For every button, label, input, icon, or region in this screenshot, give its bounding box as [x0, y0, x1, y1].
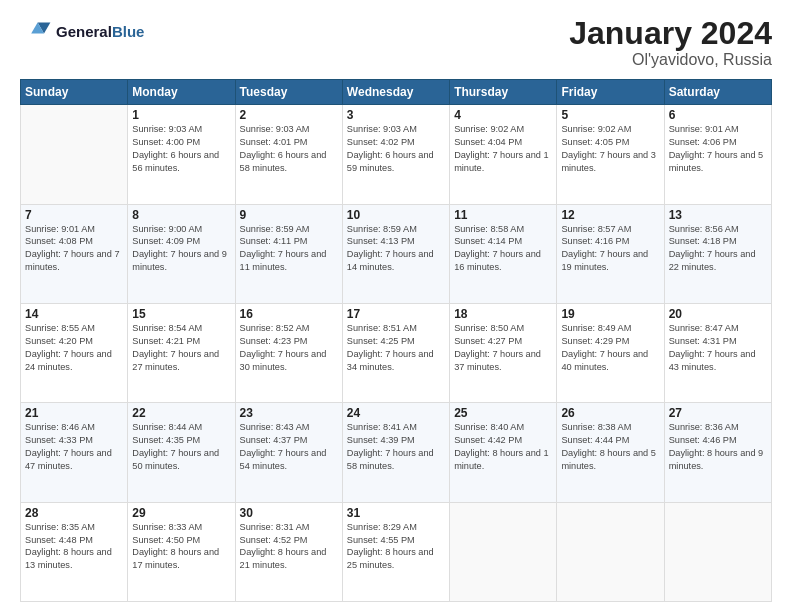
day-info: Sunrise: 8:52 AM Sunset: 4:23 PM Dayligh…	[240, 322, 338, 374]
calendar-cell: 28Sunrise: 8:35 AM Sunset: 4:48 PM Dayli…	[21, 502, 128, 601]
calendar-cell: 30Sunrise: 8:31 AM Sunset: 4:52 PM Dayli…	[235, 502, 342, 601]
day-number: 14	[25, 307, 123, 321]
calendar-cell: 31Sunrise: 8:29 AM Sunset: 4:55 PM Dayli…	[342, 502, 449, 601]
calendar-cell: 2Sunrise: 9:03 AM Sunset: 4:01 PM Daylig…	[235, 105, 342, 204]
day-number: 31	[347, 506, 445, 520]
day-number: 1	[132, 108, 230, 122]
day-number: 11	[454, 208, 552, 222]
calendar-week-1: 1Sunrise: 9:03 AM Sunset: 4:00 PM Daylig…	[21, 105, 772, 204]
day-info: Sunrise: 8:55 AM Sunset: 4:20 PM Dayligh…	[25, 322, 123, 374]
day-number: 7	[25, 208, 123, 222]
calendar-cell: 4Sunrise: 9:02 AM Sunset: 4:04 PM Daylig…	[450, 105, 557, 204]
day-number: 12	[561, 208, 659, 222]
calendar-cell: 3Sunrise: 9:03 AM Sunset: 4:02 PM Daylig…	[342, 105, 449, 204]
day-info: Sunrise: 9:02 AM Sunset: 4:04 PM Dayligh…	[454, 123, 552, 175]
calendar-week-2: 7Sunrise: 9:01 AM Sunset: 4:08 PM Daylig…	[21, 204, 772, 303]
col-saturday: Saturday	[664, 80, 771, 105]
calendar-cell	[21, 105, 128, 204]
col-tuesday: Tuesday	[235, 80, 342, 105]
day-info: Sunrise: 8:40 AM Sunset: 4:42 PM Dayligh…	[454, 421, 552, 473]
day-info: Sunrise: 8:38 AM Sunset: 4:44 PM Dayligh…	[561, 421, 659, 473]
day-info: Sunrise: 9:03 AM Sunset: 4:00 PM Dayligh…	[132, 123, 230, 175]
day-info: Sunrise: 8:50 AM Sunset: 4:27 PM Dayligh…	[454, 322, 552, 374]
day-info: Sunrise: 9:03 AM Sunset: 4:02 PM Dayligh…	[347, 123, 445, 175]
day-info: Sunrise: 8:36 AM Sunset: 4:46 PM Dayligh…	[669, 421, 767, 473]
day-number: 30	[240, 506, 338, 520]
calendar-cell: 16Sunrise: 8:52 AM Sunset: 4:23 PM Dayli…	[235, 303, 342, 402]
day-info: Sunrise: 8:35 AM Sunset: 4:48 PM Dayligh…	[25, 521, 123, 573]
day-number: 22	[132, 406, 230, 420]
title-block: January 2024 Ol'yavidovo, Russia	[569, 16, 772, 69]
day-info: Sunrise: 8:58 AM Sunset: 4:14 PM Dayligh…	[454, 223, 552, 275]
day-info: Sunrise: 8:31 AM Sunset: 4:52 PM Dayligh…	[240, 521, 338, 573]
day-number: 20	[669, 307, 767, 321]
day-number: 21	[25, 406, 123, 420]
col-wednesday: Wednesday	[342, 80, 449, 105]
calendar-cell: 6Sunrise: 9:01 AM Sunset: 4:06 PM Daylig…	[664, 105, 771, 204]
day-info: Sunrise: 8:33 AM Sunset: 4:50 PM Dayligh…	[132, 521, 230, 573]
calendar-cell: 8Sunrise: 9:00 AM Sunset: 4:09 PM Daylig…	[128, 204, 235, 303]
calendar-table: Sunday Monday Tuesday Wednesday Thursday…	[20, 79, 772, 602]
calendar-week-3: 14Sunrise: 8:55 AM Sunset: 4:20 PM Dayli…	[21, 303, 772, 402]
calendar-cell: 27Sunrise: 8:36 AM Sunset: 4:46 PM Dayli…	[664, 403, 771, 502]
day-number: 18	[454, 307, 552, 321]
calendar-cell: 5Sunrise: 9:02 AM Sunset: 4:05 PM Daylig…	[557, 105, 664, 204]
col-friday: Friday	[557, 80, 664, 105]
col-monday: Monday	[128, 80, 235, 105]
day-number: 29	[132, 506, 230, 520]
calendar-cell	[557, 502, 664, 601]
day-number: 23	[240, 406, 338, 420]
logo-text: GeneralBlue	[56, 23, 144, 41]
logo: GeneralBlue	[20, 16, 144, 48]
day-number: 6	[669, 108, 767, 122]
calendar-cell	[664, 502, 771, 601]
calendar-week-5: 28Sunrise: 8:35 AM Sunset: 4:48 PM Dayli…	[21, 502, 772, 601]
day-info: Sunrise: 8:51 AM Sunset: 4:25 PM Dayligh…	[347, 322, 445, 374]
day-number: 2	[240, 108, 338, 122]
day-number: 24	[347, 406, 445, 420]
day-number: 17	[347, 307, 445, 321]
calendar-cell: 17Sunrise: 8:51 AM Sunset: 4:25 PM Dayli…	[342, 303, 449, 402]
day-info: Sunrise: 9:02 AM Sunset: 4:05 PM Dayligh…	[561, 123, 659, 175]
day-info: Sunrise: 8:29 AM Sunset: 4:55 PM Dayligh…	[347, 521, 445, 573]
calendar-cell: 19Sunrise: 8:49 AM Sunset: 4:29 PM Dayli…	[557, 303, 664, 402]
calendar-cell: 22Sunrise: 8:44 AM Sunset: 4:35 PM Dayli…	[128, 403, 235, 502]
day-number: 5	[561, 108, 659, 122]
day-number: 25	[454, 406, 552, 420]
day-number: 19	[561, 307, 659, 321]
month-title: January 2024	[569, 16, 772, 51]
calendar-cell: 21Sunrise: 8:46 AM Sunset: 4:33 PM Dayli…	[21, 403, 128, 502]
calendar-cell: 24Sunrise: 8:41 AM Sunset: 4:39 PM Dayli…	[342, 403, 449, 502]
calendar-cell: 1Sunrise: 9:03 AM Sunset: 4:00 PM Daylig…	[128, 105, 235, 204]
day-info: Sunrise: 8:46 AM Sunset: 4:33 PM Dayligh…	[25, 421, 123, 473]
calendar-cell: 18Sunrise: 8:50 AM Sunset: 4:27 PM Dayli…	[450, 303, 557, 402]
calendar-cell	[450, 502, 557, 601]
day-info: Sunrise: 9:03 AM Sunset: 4:01 PM Dayligh…	[240, 123, 338, 175]
day-info: Sunrise: 8:56 AM Sunset: 4:18 PM Dayligh…	[669, 223, 767, 275]
page-header: GeneralBlue January 2024 Ol'yavidovo, Ru…	[20, 16, 772, 69]
logo-icon	[20, 16, 52, 48]
day-info: Sunrise: 8:57 AM Sunset: 4:16 PM Dayligh…	[561, 223, 659, 275]
calendar-cell: 9Sunrise: 8:59 AM Sunset: 4:11 PM Daylig…	[235, 204, 342, 303]
calendar-cell: 12Sunrise: 8:57 AM Sunset: 4:16 PM Dayli…	[557, 204, 664, 303]
day-number: 15	[132, 307, 230, 321]
day-number: 9	[240, 208, 338, 222]
day-info: Sunrise: 8:41 AM Sunset: 4:39 PM Dayligh…	[347, 421, 445, 473]
day-info: Sunrise: 9:00 AM Sunset: 4:09 PM Dayligh…	[132, 223, 230, 275]
day-number: 26	[561, 406, 659, 420]
calendar-cell: 7Sunrise: 9:01 AM Sunset: 4:08 PM Daylig…	[21, 204, 128, 303]
day-number: 4	[454, 108, 552, 122]
calendar-cell: 15Sunrise: 8:54 AM Sunset: 4:21 PM Dayli…	[128, 303, 235, 402]
day-number: 3	[347, 108, 445, 122]
logo-line1: General	[56, 23, 112, 40]
calendar-cell: 10Sunrise: 8:59 AM Sunset: 4:13 PM Dayli…	[342, 204, 449, 303]
calendar-cell: 13Sunrise: 8:56 AM Sunset: 4:18 PM Dayli…	[664, 204, 771, 303]
day-number: 16	[240, 307, 338, 321]
day-number: 27	[669, 406, 767, 420]
day-info: Sunrise: 8:44 AM Sunset: 4:35 PM Dayligh…	[132, 421, 230, 473]
calendar-header-row: Sunday Monday Tuesday Wednesday Thursday…	[21, 80, 772, 105]
day-number: 28	[25, 506, 123, 520]
calendar-cell: 23Sunrise: 8:43 AM Sunset: 4:37 PM Dayli…	[235, 403, 342, 502]
calendar-cell: 11Sunrise: 8:58 AM Sunset: 4:14 PM Dayli…	[450, 204, 557, 303]
calendar-week-4: 21Sunrise: 8:46 AM Sunset: 4:33 PM Dayli…	[21, 403, 772, 502]
